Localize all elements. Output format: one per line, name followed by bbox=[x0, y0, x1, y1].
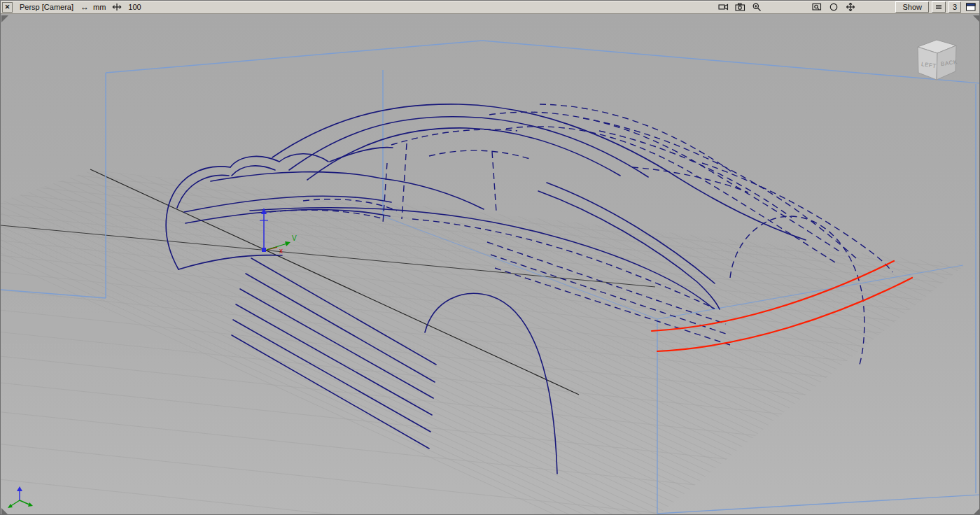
cad-application-window: ✕ Persp [Camera] ↔ mm 100 bbox=[0, 0, 980, 515]
ground-grid-segment bbox=[874, 252, 980, 515]
ground-grid-segment bbox=[911, 256, 980, 515]
bounding-box-segment[interactable] bbox=[1, 290, 106, 298]
axis-v-label: V bbox=[292, 234, 297, 242]
ground-grid-segment bbox=[344, 197, 980, 515]
bounding-box-segment[interactable] bbox=[657, 495, 980, 514]
units-label: mm bbox=[93, 3, 106, 11]
ground-grid-segment bbox=[1, 139, 682, 515]
ground-grid-segment bbox=[1, 345, 980, 486]
ground-grid-segment bbox=[382, 201, 980, 515]
car-wireframe-solid-segment[interactable] bbox=[289, 117, 648, 177]
car-wireframe-hidden-segment[interactable] bbox=[492, 152, 496, 212]
ground-grid-segment bbox=[930, 258, 980, 515]
ground-grid-segment bbox=[571, 220, 980, 515]
ground-grid-segment bbox=[1, 374, 980, 515]
pane-count-button[interactable]: 3 bbox=[948, 1, 961, 13]
construction-plane-origin: x V bbox=[260, 208, 297, 255]
ground-grid bbox=[1, 122, 980, 515]
ground-grid-segment bbox=[1, 159, 828, 515]
world-triad-segment bbox=[28, 502, 33, 507]
camera-icon[interactable] bbox=[716, 1, 730, 13]
construction-plane-origin-segment bbox=[285, 241, 290, 246]
pan-icon[interactable] bbox=[844, 1, 858, 13]
zoom-window-icon[interactable] bbox=[810, 1, 824, 13]
viewport-toolbar: ✕ Persp [Camera] ↔ mm 100 bbox=[1, 1, 979, 14]
ground-grid-segment bbox=[1, 272, 980, 414]
ground-grid-segment bbox=[1, 135, 653, 515]
close-icon[interactable]: ✕ bbox=[2, 2, 13, 13]
view-camera-label[interactable]: Persp [Camera] bbox=[17, 2, 76, 12]
corner-handle-top-right[interactable] bbox=[973, 15, 980, 22]
zoom-icon[interactable] bbox=[750, 1, 764, 13]
world-triad bbox=[8, 486, 33, 508]
corner-handle-bottom-left[interactable] bbox=[1, 508, 8, 515]
view-cube[interactable]: LEFT BACK bbox=[918, 40, 958, 80]
construction-plane-origin-segment bbox=[267, 244, 287, 250]
ground-grid-segment bbox=[231, 185, 980, 515]
car-wireframe-hidden-segment[interactable] bbox=[491, 255, 728, 334]
car-wireframe-solid-segment[interactable] bbox=[211, 172, 382, 181]
car-wireframe-hidden-segment[interactable] bbox=[429, 150, 530, 159]
car-wireframe-solid-segment[interactable] bbox=[307, 128, 620, 180]
ground-grid-segment bbox=[193, 181, 980, 515]
toolbar-left-group: ✕ Persp [Camera] ↔ mm 100 bbox=[2, 1, 141, 13]
show-button[interactable]: Show bbox=[895, 1, 929, 13]
ground-grid-segment bbox=[704, 234, 980, 515]
nose-profile-curve[interactable] bbox=[166, 205, 178, 269]
ground-grid-segment bbox=[1, 480, 980, 515]
ground-grid-segment bbox=[307, 192, 980, 515]
ground-grid-segment bbox=[1, 133, 638, 515]
corner-handle-top-left[interactable] bbox=[1, 15, 8, 22]
ground-grid-segment bbox=[892, 254, 980, 515]
ground-grid-segment bbox=[1, 145, 726, 515]
toolbar-right-group: Show 3 bbox=[716, 1, 978, 13]
car-wireframe-solid-segment[interactable] bbox=[382, 178, 484, 209]
ground-grid-segment bbox=[326, 195, 980, 515]
viewport-canvas[interactable]: x V LEFT BACK bbox=[1, 14, 980, 515]
ground-grid-segment bbox=[118, 173, 930, 515]
ground-grid-segment bbox=[477, 211, 980, 515]
circle-select-icon[interactable] bbox=[827, 1, 841, 13]
ground-grid-segment bbox=[212, 183, 980, 515]
car-wireframe-hidden-segment[interactable] bbox=[540, 104, 732, 172]
ground-grid-segment bbox=[1, 149, 755, 515]
ground-grid-segment bbox=[174, 178, 974, 515]
ground-grid-segment bbox=[458, 209, 980, 515]
ground-grid-segment bbox=[1, 153, 785, 515]
grid-size-icon bbox=[110, 1, 124, 13]
snapshot-icon[interactable] bbox=[733, 1, 747, 13]
car-wireframe-solid-segment[interactable] bbox=[246, 274, 435, 382]
car-wireframe-hidden-segment[interactable] bbox=[383, 163, 387, 223]
world-triad-segment bbox=[17, 486, 22, 491]
ground-grid-segment bbox=[855, 250, 980, 515]
car-wireframe-solid-segment[interactable] bbox=[240, 289, 433, 398]
car-wireframe-hidden-segment[interactable] bbox=[487, 242, 726, 324]
ground-grid-segment bbox=[1, 155, 980, 296]
ground-grid-segment bbox=[288, 190, 980, 515]
perspective-viewport[interactable]: x V LEFT BACK bbox=[1, 14, 980, 515]
ground-grid-segment bbox=[798, 244, 980, 515]
car-wireframe-solid-segment[interactable] bbox=[169, 167, 230, 205]
car-wireframe-hidden-segment[interactable] bbox=[599, 131, 792, 218]
ground-grid-segment bbox=[1, 143, 712, 515]
ground-grid-segment bbox=[968, 262, 980, 515]
window-icon[interactable] bbox=[964, 1, 978, 13]
world-axis-lines-segment bbox=[1, 225, 655, 287]
axis-x-label: x bbox=[279, 247, 283, 255]
ground-grid-segment bbox=[722, 237, 980, 515]
corner-handles[interactable] bbox=[1, 15, 980, 515]
ground-grid-segment bbox=[1, 146, 980, 287]
construction-plane-origin-segment bbox=[262, 248, 266, 252]
selected-curve-lower[interactable] bbox=[657, 278, 912, 351]
corner-handle-bottom-right[interactable] bbox=[973, 508, 980, 515]
ground-grid-segment bbox=[514, 214, 980, 515]
car-wireframe-hidden-segment[interactable] bbox=[583, 118, 856, 258]
car-wireframe-hidden-segment[interactable] bbox=[391, 129, 517, 145]
resize-horizontal-icon: ↔ bbox=[80, 2, 89, 12]
bounding-box-segment[interactable] bbox=[482, 41, 980, 83]
ground-grid-segment bbox=[136, 175, 945, 515]
bounding-box-segment[interactable] bbox=[106, 41, 482, 73]
world-axis-lines-segment bbox=[90, 169, 579, 395]
panel-list-button[interactable] bbox=[932, 1, 946, 13]
world-triad-segment bbox=[8, 504, 13, 508]
